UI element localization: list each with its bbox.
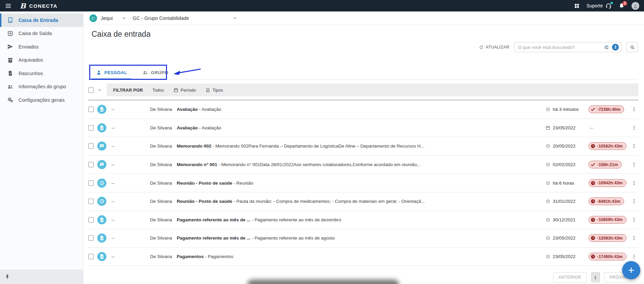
notifications-button[interactable]: 1 xyxy=(618,3,625,9)
search-input[interactable] xyxy=(518,45,601,50)
row-subject[interactable]: Avaliação - Avaliação xyxy=(177,107,545,112)
filter-periodo[interactable]: Período xyxy=(173,88,196,93)
row-preview: - Reunião xyxy=(232,181,253,186)
sidebar-item-enviados[interactable]: Enviados xyxy=(0,40,83,54)
row-subject[interactable]: Pagamento referente ao mês de ... - Paga… xyxy=(177,235,545,241)
message-row[interactable]: --De SilvanaMemorando 002 - Memorando 00… xyxy=(88,137,638,156)
row-menu-button[interactable] xyxy=(630,162,638,167)
clock-badge-icon xyxy=(590,254,596,259)
row-checkbox[interactable] xyxy=(88,198,94,204)
sidebar-item-label: Configurações gerais xyxy=(19,97,65,103)
message-row[interactable]: --De SilvanaPagamentos - Pagamentos23/05… xyxy=(88,248,638,266)
deadline-badge: -17490h:43m xyxy=(588,253,626,260)
select-all-checkbox[interactable] xyxy=(88,87,94,93)
message-row[interactable]: --De SilvanaPagamento referente ao mês d… xyxy=(88,229,638,248)
sidebar-item-rascunhos[interactable]: Rascunhos xyxy=(0,67,83,80)
tab-grupo[interactable]: GRUPO xyxy=(138,66,173,79)
row-subject[interactable]: Memorando n° 001 - Memorando n° 001Data … xyxy=(177,162,545,167)
row-checkbox[interactable] xyxy=(88,235,94,241)
deadline-text: -17490h:43m xyxy=(597,254,623,259)
row-checkbox[interactable] xyxy=(88,180,94,186)
row-menu-button[interactable] xyxy=(630,106,638,112)
sidebar-nav: Caixa de EntradaCaixa de SaídaEnviadosAr… xyxy=(0,11,83,107)
filter-todos[interactable]: Todos xyxy=(152,88,164,93)
topbar-actions: Suporte 1 xyxy=(574,2,639,10)
previous-page-button[interactable]: ANTERIOR xyxy=(553,272,587,282)
row-menu-button[interactable] xyxy=(630,217,638,223)
sidebar-item-label: Caixa de Entrada xyxy=(19,18,58,23)
message-row[interactable]: --De SilvanaMemorando n° 001 - Memorando… xyxy=(88,156,638,174)
row-title: Memorando n° 001 xyxy=(177,162,217,167)
group-selector[interactable]: GC - Grupo Contabilidade xyxy=(133,15,238,21)
filter-row: FILTRAR POR Todos Período Tipos xyxy=(88,84,638,96)
row-sender: De Silvana xyxy=(125,199,172,204)
row-menu-button[interactable] xyxy=(630,143,638,149)
row-subject[interactable]: Reunião - Posto de saúde - Reunião xyxy=(177,181,545,186)
row-checkbox[interactable] xyxy=(88,162,94,167)
check-badge-icon xyxy=(590,162,596,167)
row-title: Pagamentos xyxy=(177,254,204,259)
message-row[interactable]: --De SilvanaAvaliação - Avaliação23/05/2… xyxy=(88,119,638,137)
row-sender: De Silvana xyxy=(125,107,172,112)
refresh-button[interactable]: ATUALIZAR xyxy=(479,45,509,50)
clock-history-icon xyxy=(545,181,550,186)
user-switcher[interactable]: Jequi xyxy=(89,14,127,23)
tab-grupo-label: GRUPO xyxy=(151,70,168,75)
sidebar-item-label: Informações do grupo xyxy=(19,84,66,89)
apps-grid-icon[interactable] xyxy=(574,3,580,9)
outbox-icon xyxy=(7,30,13,37)
sidebar-item-informacoes-do-grupo[interactable]: Informações do grupo xyxy=(0,80,83,94)
sidebar-item-caixa-de-entrada[interactable]: Caixa de Entrada xyxy=(0,13,83,27)
row-menu-button[interactable] xyxy=(630,254,638,259)
filter-tipos[interactable]: Tipos xyxy=(205,88,223,93)
row-checkbox[interactable] xyxy=(88,106,94,112)
sidebar-footer xyxy=(0,270,83,284)
row-subject[interactable]: Pagamento referente ao mês de ... - Paga… xyxy=(177,217,545,222)
support-button[interactable]: Suporte xyxy=(586,3,612,9)
user-avatar[interactable] xyxy=(632,2,639,10)
message-row[interactable]: --De SilvanaPagamento referente ao mês d… xyxy=(88,211,638,229)
row-sender: De Silvana xyxy=(125,181,172,186)
main-content: Jequi GC - Grupo Contabilidade Caixa de … xyxy=(83,11,644,284)
row-menu-button[interactable] xyxy=(630,235,638,241)
row-checkbox[interactable] xyxy=(88,254,94,259)
toolbar: ATUALIZAR 2 xyxy=(83,42,638,52)
row-checkbox[interactable] xyxy=(88,125,94,131)
message-list: --De SilvanaAvaliação - Avaliaçãohá 3 mi… xyxy=(88,100,638,266)
search-button[interactable] xyxy=(626,42,638,52)
sidebar-item-configuracoes-gerais[interactable]: Configurações gerais xyxy=(0,93,83,107)
row-checkbox[interactable] xyxy=(88,217,94,223)
person-icon xyxy=(96,70,102,75)
sidebar-item-arquivados[interactable]: Arquivados xyxy=(0,54,83,67)
row-subject[interactable]: Memorando 002 - Memorando 002Para Fernan… xyxy=(177,144,545,149)
pin-icon[interactable] xyxy=(4,274,10,280)
deadline-text: -7238h:40m xyxy=(597,107,620,112)
deadline-badge: -12083h:43m xyxy=(588,234,626,242)
row-subject[interactable]: Pagamentos - Pagamentos xyxy=(177,254,545,259)
row-menu-button[interactable] xyxy=(630,125,638,131)
sidebar-item-caixa-de-saida[interactable]: Caixa de Saída xyxy=(0,27,83,40)
message-row[interactable]: --De SilvanaAvaliação - Avaliaçãohá 3 mi… xyxy=(88,100,638,119)
row-date-text: 30/12/2021 xyxy=(553,217,576,222)
row-title: Reunião - Posto de saúde xyxy=(177,199,232,204)
message-row[interactable]: --De SilvanaReunião - Posto de saúde - P… xyxy=(88,192,638,211)
refresh-icon xyxy=(479,45,483,50)
row-title: Pagamento referente ao mês de ... xyxy=(177,217,250,222)
filter-sliders-icon[interactable] xyxy=(604,44,609,50)
select-all-chevron-icon[interactable] xyxy=(97,87,102,93)
people-icon xyxy=(7,84,13,90)
menu-icon[interactable] xyxy=(5,2,12,9)
file-text-icon xyxy=(97,252,106,261)
clock-history-icon xyxy=(545,107,550,112)
row-subject[interactable]: Avaliação - Avaliação xyxy=(177,125,545,130)
compose-fab[interactable]: + xyxy=(622,261,640,279)
filter-periodo-label: Período xyxy=(180,88,196,93)
row-date-text: 23/05/2022 xyxy=(553,235,576,241)
tab-pessoal[interactable]: PESSOAL xyxy=(92,66,131,79)
sidebar: Caixa de EntradaCaixa de SaídaEnviadosAr… xyxy=(0,11,83,284)
message-row[interactable]: --De SilvanaReunião - Posto de saúde - R… xyxy=(88,174,638,192)
row-menu-button[interactable] xyxy=(630,180,638,186)
row-checkbox[interactable] xyxy=(88,143,94,149)
row-menu-button[interactable] xyxy=(630,198,638,204)
row-subject[interactable]: Reunião - Posto de saúde - Pauta da reun… xyxy=(177,199,545,204)
